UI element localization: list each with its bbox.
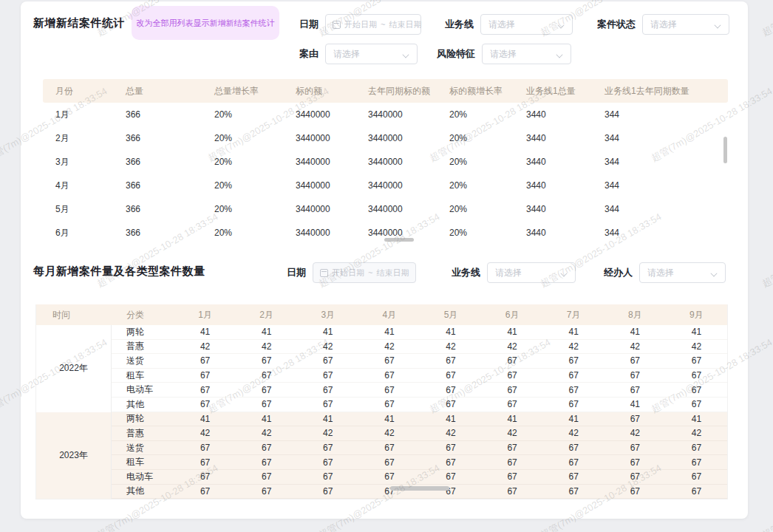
month-header: 3月 <box>297 309 358 321</box>
value-cell: 67 <box>174 399 236 409</box>
value-cell: 67 <box>358 370 420 381</box>
table-cell: 3440000 <box>283 228 355 238</box>
value-cell: 67 <box>605 414 666 424</box>
category-header: 分类 <box>112 309 174 321</box>
value-cell: 42 <box>605 341 666 352</box>
value-cell: 42 <box>605 428 666 438</box>
value-cell: 67 <box>605 370 666 381</box>
year-group: 2022年两轮414141414141414141普惠4242424242424… <box>36 325 727 412</box>
chevron-down-icon <box>403 51 409 58</box>
value-cell: 67 <box>236 355 297 366</box>
stats-table-body: 1月36620%3440000344000020%34403442月36620%… <box>43 103 728 245</box>
value-cell: 67 <box>358 471 420 482</box>
value-cell: 41 <box>358 414 420 424</box>
table-cell: 3440000 <box>355 180 437 191</box>
value-cell: 67 <box>420 443 481 453</box>
date-label: 日期 <box>287 266 306 279</box>
table-row: 普惠424242424242424242 <box>112 340 727 355</box>
risk-select[interactable]: 请选择 <box>482 44 571 64</box>
table-cell: 20% <box>202 180 283 191</box>
table1-vertical-scrollbar[interactable] <box>723 137 727 163</box>
category-cell: 普惠 <box>112 340 174 352</box>
date-start-placeholder: 开始日期 <box>344 19 377 30</box>
table-cell: 366 <box>113 109 202 120</box>
filter-date: 日期 开始日期 ~ 结束日期 <box>299 14 421 35</box>
category-cell: 送货 <box>112 442 174 454</box>
value-cell: 41 <box>297 414 358 424</box>
table-cell: 2月 <box>43 132 113 145</box>
chevron-down-icon <box>561 270 568 276</box>
filter-risk: 风险特征 请选择 <box>437 44 571 64</box>
table-cell: 4月 <box>43 180 113 192</box>
business-line-label: 业务线 <box>445 18 474 31</box>
table-cell: 366 <box>113 180 202 191</box>
table-cell: 20% <box>202 204 283 214</box>
cause-select[interactable]: 请选择 <box>325 44 418 64</box>
category-cell: 两轮 <box>112 326 174 338</box>
table2-horizontal-scrollbar[interactable] <box>390 486 449 491</box>
value-cell: 41 <box>543 414 605 424</box>
value-cell: 67 <box>297 486 358 497</box>
value-cell: 41 <box>174 414 236 424</box>
filter-handler: 经办人 请选择 <box>604 262 726 283</box>
value-cell: 42 <box>297 428 358 438</box>
year-group: 2023年两轮414141414141416741普惠4242424242424… <box>36 412 727 499</box>
table-cell: 6月 <box>43 227 113 239</box>
value-cell: 67 <box>358 355 420 366</box>
chevron-down-icon <box>556 51 563 58</box>
handler-select[interactable]: 请选择 <box>639 262 726 283</box>
value-cell: 42 <box>482 341 543 352</box>
value-cell: 41 <box>236 327 297 337</box>
table-row: 送货676767676767676767 <box>112 441 727 456</box>
value-cell: 67 <box>174 370 236 381</box>
table1-horizontal-scrollbar[interactable] <box>384 238 414 242</box>
calendar-icon <box>333 21 341 29</box>
filter-case-status: 案件状态 请选择 <box>597 14 729 35</box>
value-cell: 67 <box>358 399 420 409</box>
date-range-input[interactable]: 开始日期 ~ 结束日期 <box>313 262 416 283</box>
value-cell: 67 <box>543 355 605 366</box>
chevron-down-icon <box>711 270 718 276</box>
value-cell: 67 <box>174 457 236 468</box>
section1-title: 新增新结案件统计 <box>33 16 125 30</box>
case-status-label: 案件状态 <box>597 18 636 31</box>
table-cell: 1月 <box>43 109 113 121</box>
value-cell: 67 <box>297 399 358 409</box>
value-cell: 67 <box>543 486 605 497</box>
value-cell: 67 <box>605 355 666 366</box>
month-header: 4月 <box>358 309 420 321</box>
value-cell: 42 <box>174 341 236 352</box>
value-cell: 42 <box>358 341 420 352</box>
value-cell: 67 <box>297 457 358 468</box>
business-line-select[interactable]: 请选择 <box>480 14 573 35</box>
value-cell: 67 <box>236 443 297 453</box>
select-placeholder: 请选择 <box>490 48 517 61</box>
value-cell: 67 <box>482 457 543 468</box>
table-row: 两轮414141414141414141 <box>112 325 727 340</box>
business-line-select-2[interactable]: 请选择 <box>487 262 576 283</box>
value-cell: 41 <box>543 327 605 337</box>
table-row: 1月36620%3440000344000020%3440344 <box>43 103 728 126</box>
tooltip-text: 改为全部用列表显示新增新结案件统计 <box>137 18 275 29</box>
date-range-input[interactable]: 开始日期 ~ 结束日期 <box>325 14 421 35</box>
value-cell: 67 <box>420 457 481 468</box>
value-cell: 41 <box>297 327 358 337</box>
value-cell: 42 <box>420 341 481 352</box>
table-cell: 344 <box>592 109 728 120</box>
category-cell: 租车 <box>112 369 174 382</box>
select-placeholder: 请选择 <box>488 18 515 31</box>
value-cell: 41 <box>666 414 727 424</box>
value-cell: 41 <box>420 327 481 337</box>
month-header: 8月 <box>605 309 666 321</box>
table-cell: 344 <box>592 157 728 167</box>
dashboard-card: 新增新结案件统计 改为全部用列表显示新增新结案件统计 日期 开始日期 ~ 结束日… <box>21 1 748 519</box>
table-cell: 3440 <box>514 228 592 238</box>
value-cell: 67 <box>174 486 236 497</box>
value-cell: 67 <box>666 457 727 468</box>
watermark-text: 超管(7m)@2025-10-28 18:33:54 <box>760 462 773 532</box>
case-status-select[interactable]: 请选择 <box>642 14 729 35</box>
value-cell: 67 <box>297 370 358 381</box>
category-cell: 送货 <box>112 355 174 367</box>
filter-cause: 案由 请选择 <box>299 44 418 64</box>
category-cell: 其他 <box>112 398 174 411</box>
